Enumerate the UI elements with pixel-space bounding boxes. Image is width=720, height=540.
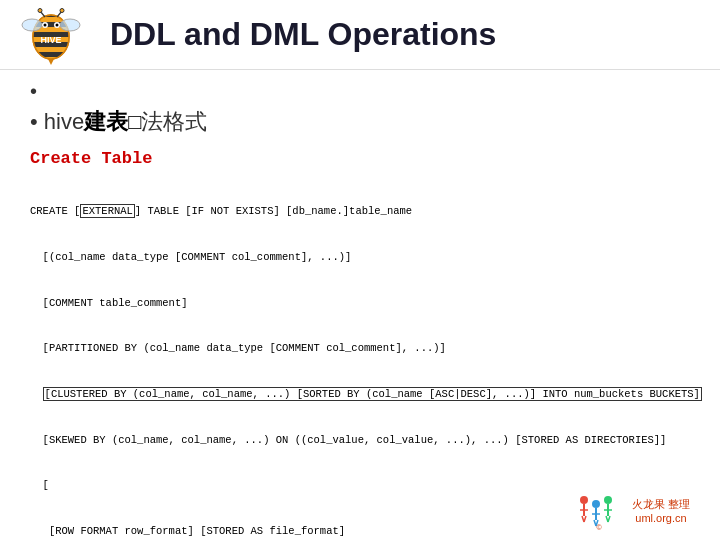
svg-point-8 — [44, 24, 47, 27]
bullet-hive-prefix: • hive — [30, 109, 84, 134]
svg-point-16 — [580, 496, 588, 504]
header: HIVE DDL and DML Operations — [0, 0, 720, 70]
code-line-6: [SKEWED BY (col_name, col_name, ...) ON … — [30, 433, 690, 448]
svg-point-4 — [22, 19, 42, 31]
svg-point-9 — [56, 24, 59, 27]
page-title: DDL and DML Operations — [110, 16, 496, 53]
code-line-4: [PARTITIONED BY (col_name data_type [COM… — [30, 341, 690, 356]
code-line-3: [COMMENT table_comment] — [30, 296, 690, 311]
svg-point-17 — [592, 500, 600, 508]
svg-point-13 — [60, 9, 64, 13]
bullet-point-2: • hive建表□法格式 — [30, 107, 690, 137]
bullet-hive-suffix: 法格式 — [141, 109, 207, 134]
code-line-2: [(col_name data_type [COMMENT col_commen… — [30, 250, 690, 265]
code-line-5: [CLUSTERED BY (col_name, col_name, ...) … — [30, 387, 690, 402]
code-line-1: CREATE [EXTERNAL] TABLE [IF NOT EXISTS] … — [30, 204, 690, 219]
main-content: • • hive建表□法格式 Create Table CREATE [EXTE… — [0, 70, 720, 540]
svg-line-26 — [584, 516, 586, 522]
bullet-hive-chinese: 建表□ — [84, 109, 141, 134]
footer-brand: 火龙果 整理 uml.org.cn — [632, 497, 690, 524]
svg-point-11 — [38, 9, 42, 13]
code-block: CREATE [EXTERNAL] TABLE [IF NOT EXISTS] … — [30, 174, 690, 540]
svg-text:©: © — [596, 524, 602, 530]
svg-line-30 — [608, 516, 610, 522]
footer: © 火龙果 整理 uml.org.cn — [574, 490, 690, 530]
svg-text:HIVE: HIVE — [40, 35, 61, 45]
svg-point-18 — [604, 496, 612, 504]
create-table-heading: Create Table — [30, 149, 690, 168]
hive-logo: HIVE — [20, 7, 90, 62]
svg-marker-14 — [48, 59, 54, 65]
bullet-point-1: • — [30, 80, 690, 103]
svg-point-5 — [60, 19, 80, 31]
